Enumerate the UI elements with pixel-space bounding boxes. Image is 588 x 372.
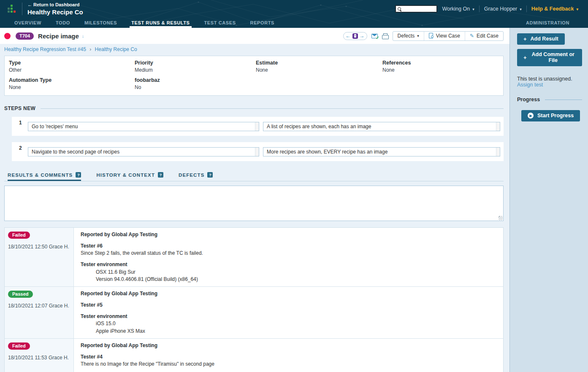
nav-tab-todo[interactable]: TODO xyxy=(54,18,72,28)
detail-field-references: References None xyxy=(382,60,499,73)
edit-case-button[interactable]: ✎ Edit Case xyxy=(465,32,503,40)
breadcrumb: Healthy Recipe Regression Test #45 › Hea… xyxy=(0,44,509,55)
brand-block: ← Return to Dashboard Healthy Recipe Co xyxy=(27,2,83,16)
reported-by: Reported by Global App Testing xyxy=(81,342,496,348)
detail-field-priority: Priority Medium xyxy=(135,60,256,73)
plus-icon: + xyxy=(523,55,527,60)
breadcrumb-project-link[interactable]: Healthy Recipe Co xyxy=(95,46,137,52)
nav-tab-overview[interactable]: OVERVIEW xyxy=(13,18,43,28)
search-input[interactable] xyxy=(401,6,435,11)
help-icon[interactable]: ? xyxy=(207,172,213,178)
working-on-menu[interactable]: Working On ▾ xyxy=(437,6,479,12)
search-box[interactable] xyxy=(395,5,437,13)
play-icon: ▶ xyxy=(528,113,534,119)
step-expected-field[interactable]: More recipes are shown, EVERY recipe has… xyxy=(263,147,500,156)
top-header: ← Return to Dashboard Healthy Recipe Co … xyxy=(0,0,588,18)
content-area: T704 Recipe image ↓ ← → ✓ Defects ▾ xyxy=(0,28,588,372)
step-row: 2 Navigate to the second page of recipes… xyxy=(12,142,504,161)
status-badge[interactable]: Failed xyxy=(8,342,30,350)
field-resize-grip[interactable] xyxy=(496,148,500,156)
next-test-button[interactable]: → xyxy=(360,33,365,38)
nav-administration[interactable]: ADMINISTRATION xyxy=(526,18,569,28)
reported-by: Reported by Global App Testing xyxy=(81,291,496,297)
result-note: There is no Image for the Recipe "Tirami… xyxy=(81,361,496,367)
chevron-down-icon: ▾ xyxy=(520,8,522,11)
start-progress-button[interactable]: ▶ Start Progress xyxy=(521,110,580,121)
field-resize-grip[interactable] xyxy=(255,148,259,156)
email-notification-icon[interactable]: ✓ xyxy=(371,34,378,38)
assign-test-link[interactable]: Assign test xyxy=(517,82,543,88)
defects-dropdown-button[interactable]: Defects ▾ xyxy=(393,32,424,40)
step-number: 2 xyxy=(15,144,28,156)
tab-results-comments[interactable]: RESULTS & COMMENTS ? xyxy=(8,172,81,181)
detail-field-estimate: Estimate None xyxy=(256,60,382,73)
tester-environment-label: Tester environment xyxy=(81,313,496,319)
main-column: T704 Recipe image ↓ ← → ✓ Defects ▾ xyxy=(0,28,509,372)
main-nav: OVERVIEW TODO MILESTONES TEST RUNS & RES… xyxy=(0,18,588,28)
section-rule xyxy=(545,100,582,100)
tab-history-context[interactable]: HISTORY & CONTEXT ? xyxy=(96,172,163,181)
status-badge[interactable]: Failed xyxy=(8,232,30,239)
help-icon[interactable]: ? xyxy=(158,172,163,178)
environment-line: Version 94.0.4606.81 (Official Build) (x… xyxy=(96,276,496,282)
case-id-badge[interactable]: T704 xyxy=(16,32,34,40)
test-status-dot[interactable] xyxy=(4,33,11,39)
title-dropdown-icon[interactable]: ↓ xyxy=(82,33,84,38)
check-icon: ✓ xyxy=(376,35,379,40)
search-icon xyxy=(398,7,401,11)
add-result-button[interactable]: + Add Result xyxy=(517,33,565,45)
breadcrumb-run-link[interactable]: Healthy Recipe Regression Test #45 xyxy=(4,46,86,52)
progress-section-header: Progress xyxy=(517,97,582,102)
testrail-logo[interactable] xyxy=(8,5,17,13)
nav-tab-test-cases[interactable]: TEST CASES xyxy=(203,18,238,28)
section-rule xyxy=(41,108,504,109)
field-resize-grip[interactable] xyxy=(255,122,259,131)
step-expected-field[interactable]: A list of recipes are shown, each has an… xyxy=(263,122,500,131)
comment-input[interactable] xyxy=(4,186,504,221)
help-feedback-menu[interactable]: Help & Feedback ▾ xyxy=(527,6,583,12)
result-entry: Failed 18/10/2021 11:53 Grace H. Reporte… xyxy=(5,339,503,372)
return-to-dashboard-link[interactable]: ← Return to Dashboard xyxy=(27,2,83,8)
action-sidebar: + Add Result + Add Comment or File This … xyxy=(509,28,588,372)
result-meta: 18/10/2021 12:50 Grace H. xyxy=(8,244,70,250)
print-icon[interactable] xyxy=(382,33,388,39)
test-case-icon[interactable] xyxy=(352,33,358,39)
help-icon[interactable]: ? xyxy=(76,172,81,178)
assignment-status: This test is unassigned. Assign test xyxy=(517,76,582,88)
step-description-field[interactable]: Navigate to the second page of recipes xyxy=(28,147,259,156)
results-tab-bar: RESULTS & COMMENTS ? HISTORY & CONTEXT ?… xyxy=(4,172,504,181)
result-meta: 18/10/2021 11:53 Grace H. xyxy=(8,355,70,361)
field-resize-grip[interactable] xyxy=(496,122,500,131)
nav-tab-test-runs-results[interactable]: TEST RUNS & RESULTS xyxy=(130,18,191,28)
result-meta: 18/10/2021 12:07 Grace H. xyxy=(8,303,70,309)
steps-section: STEPS NEW 1 Go to 'recipes' menu A list … xyxy=(4,105,504,161)
previous-test-button[interactable]: ← xyxy=(346,33,351,38)
nav-tab-milestones[interactable]: MILESTONES xyxy=(83,18,119,28)
test-title: Recipe image xyxy=(38,32,79,40)
add-comment-or-file-button[interactable]: + Add Comment or File xyxy=(517,49,582,66)
detail-field-automation-type: Automation Type None xyxy=(9,77,135,90)
result-note: Since Step 2 fails, the overall status o… xyxy=(81,250,496,256)
breadcrumb-separator: › xyxy=(89,46,91,52)
view-case-button[interactable]: View Case xyxy=(424,32,465,40)
comment-box-wrap xyxy=(4,186,504,221)
environment-line: Apple iPhone XS Max xyxy=(96,328,496,334)
result-entry: Failed 18/10/2021 12:50 Grace H. Reporte… xyxy=(5,228,503,287)
nav-tab-reports[interactable]: REPORTS xyxy=(249,18,276,28)
case-action-buttons: Defects ▾ View Case ✎ Edit Case xyxy=(393,31,504,41)
textarea-resize-grip[interactable] xyxy=(499,216,503,220)
step-number: 1 xyxy=(15,119,28,131)
user-name: Grace Hopper xyxy=(484,6,518,12)
detail-field-type: Type Other xyxy=(9,60,135,73)
tab-defects[interactable]: DEFECTS ? xyxy=(179,172,213,181)
chevron-down-icon: ▾ xyxy=(472,8,474,11)
steps-section-title: STEPS NEW xyxy=(4,105,35,111)
step-description-field[interactable]: Go to 'recipes' menu xyxy=(28,122,259,131)
back-arrow-icon: ← xyxy=(27,2,32,7)
test-title-row: T704 Recipe image ↓ ← → ✓ Defects ▾ xyxy=(0,28,509,44)
project-name: Healthy Recipe Co xyxy=(27,8,83,16)
step-row: 1 Go to 'recipes' menu A list of recipes… xyxy=(12,117,504,136)
user-menu[interactable]: Grace Hopper ▾ xyxy=(480,6,526,12)
status-badge[interactable]: Passed xyxy=(8,291,33,298)
result-entry: Passed 18/10/2021 12:07 Grace H. Reporte… xyxy=(5,287,503,339)
